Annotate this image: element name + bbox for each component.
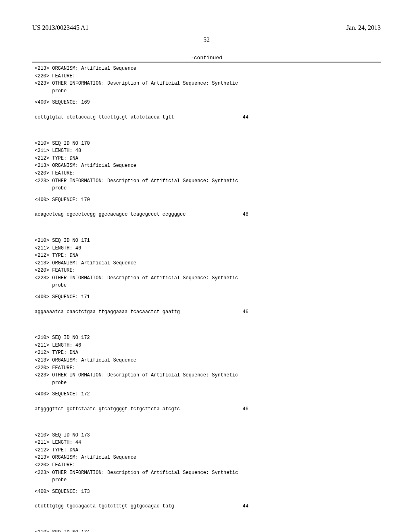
sequence-text: atggggttct gcttctaatc gtcatggggt tctgctt… xyxy=(35,406,180,412)
sequence-text: ctctttgtgg tgccagacta tgctctttgt ggtgcca… xyxy=(35,503,174,509)
separator-bar xyxy=(32,62,381,62)
seq-entry-header: <210> SEQ ID NO 171 <211> LENGTH: 46 <21… xyxy=(35,237,381,289)
sequence-line: ccttgtgtat ctctaccatg ttccttgtgt atctcta… xyxy=(35,114,349,121)
seq-entry-header: <210> SEQ ID NO 172 <211> LENGTH: 46 <21… xyxy=(35,334,381,387)
seq-entry-header: <210> SEQ ID NO 173 <211> LENGTH: 44 <21… xyxy=(35,432,381,484)
sequence-line: ctctttgtgg tgccagacta tgctctttgt ggtgcca… xyxy=(35,503,349,510)
sequence-length: 46 xyxy=(243,405,248,413)
sequence-line: aggaaaatca caactctgaa ttgaggaaaa tcacaac… xyxy=(35,308,349,316)
sequence-line: acagcctcag cgccctccgg ggccacagcc tcagcgc… xyxy=(35,211,349,218)
seq-entry-header: <213> ORGANISM: Artificial Sequence <220… xyxy=(35,65,381,95)
sequence-text: aggaaaatca caactctgaa ttgaggaaaa tcacaac… xyxy=(35,309,180,315)
seq-entry-header: <210> SEQ ID NO 174 <211> LENGTH: 48 <21… xyxy=(35,529,381,532)
sequence-listing: <213> ORGANISM: Artificial Sequence <220… xyxy=(32,65,381,532)
sequence-length: 44 xyxy=(243,114,248,121)
sequence-text: acagcctcag cgccctccgg ggccacagcc tcagcgc… xyxy=(35,212,186,217)
page: US 2013/0023445 A1 Jan. 24, 2013 52 -con… xyxy=(0,0,413,532)
sequence-length: 44 xyxy=(243,503,248,510)
sequence-length: 48 xyxy=(243,211,248,218)
seq-400-label: <400> SEQUENCE: 172 xyxy=(35,391,381,398)
page-header: US 2013/0023445 A1 Jan. 24, 2013 xyxy=(32,24,381,31)
sequence-length: 46 xyxy=(243,308,248,316)
seq-entry-header: <210> SEQ ID NO 170 <211> LENGTH: 48 <21… xyxy=(35,140,381,192)
seq-400-label: <400> SEQUENCE: 169 xyxy=(35,99,381,106)
sequence-text: ccttgtgtat ctctaccatg ttccttgtgt atctcta… xyxy=(35,114,174,120)
seq-400-label: <400> SEQUENCE: 173 xyxy=(35,488,381,496)
doc-id: US 2013/0023445 A1 xyxy=(32,24,89,31)
doc-date: Jan. 24, 2013 xyxy=(346,24,381,31)
seq-400-label: <400> SEQUENCE: 171 xyxy=(35,293,381,301)
continued-label: -continued xyxy=(32,55,381,61)
page-number: 52 xyxy=(32,36,381,44)
seq-400-label: <400> SEQUENCE: 170 xyxy=(35,196,381,204)
sequence-line: atggggttct gcttctaatc gtcatggggt tctgctt… xyxy=(35,405,349,413)
